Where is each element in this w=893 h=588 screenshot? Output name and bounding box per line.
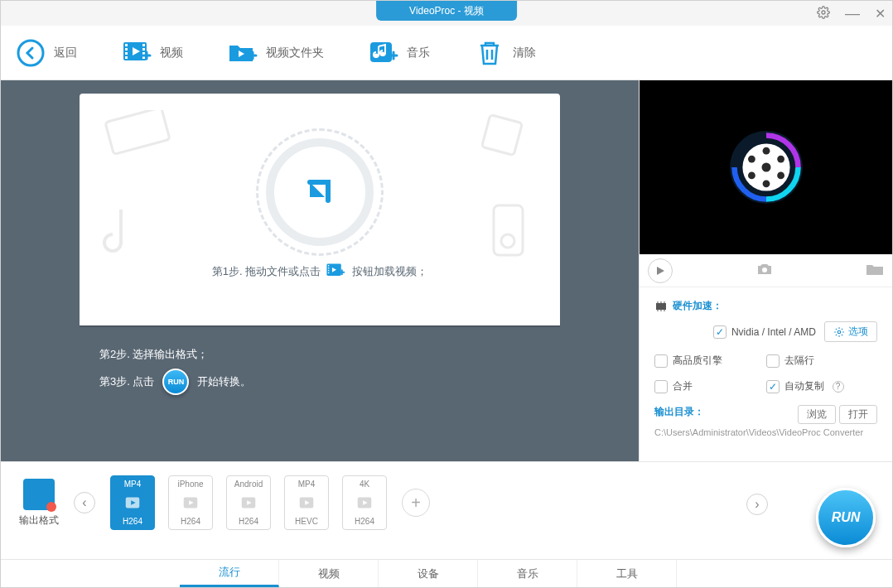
titlebar: VideoProc - 视频 — ✕	[1, 1, 892, 26]
window-title: VideoProc - 视频	[376, 1, 517, 21]
format-icon	[23, 479, 55, 510]
back-button[interactable]: 返回	[16, 38, 77, 68]
run-button[interactable]: RUN	[816, 488, 876, 547]
svg-point-1	[18, 41, 43, 65]
hw-title: 硬件加速：	[654, 299, 877, 313]
drop-zone-panel: 第1步. 拖动文件或点击 按钮加载视频； 第2步. 选择输出格式； 第3步. 点…	[1, 80, 639, 461]
tab-1[interactable]: 视频	[279, 560, 379, 587]
help-icon[interactable]: ?	[833, 381, 844, 393]
svg-rect-19	[328, 265, 329, 266]
svg-point-28	[777, 156, 784, 163]
gpu-checkbox[interactable]: ✓Nvidia / Intel / AMD	[713, 325, 816, 339]
drop-zone[interactable]: 第1步. 拖动文件或点击 按钮加载视频；	[80, 94, 560, 325]
minimize-button[interactable]: —	[845, 10, 860, 17]
svg-rect-15	[482, 115, 523, 156]
svg-rect-6	[125, 56, 128, 59]
svg-point-30	[777, 172, 784, 180]
svg-point-12	[374, 53, 379, 57]
right-panel: 硬件加速： ✓Nvidia / Intel / AMD 选项 高品质引擎 去隔行…	[639, 80, 892, 461]
step1-text: 第1步. 拖动文件或点击 按钮加载视频；	[212, 263, 427, 281]
svg-point-17	[501, 234, 514, 248]
browse-button[interactable]: 浏览	[798, 405, 836, 424]
instruction-card: 第1步. 拖动文件或点击 按钮加载视频； 第2步. 选择输出格式； 第3步. 点…	[80, 94, 560, 415]
svg-point-26	[762, 147, 770, 155]
merge-checkbox[interactable]: 合并	[654, 379, 766, 393]
format-card-mp4-h264[interactable]: MP4H264	[110, 475, 155, 530]
svg-rect-22	[328, 272, 329, 273]
music-icon	[369, 38, 398, 68]
svg-rect-33	[656, 303, 666, 310]
app-logo-icon	[721, 122, 812, 213]
step3-text: 第3步. 点击 RUN 开始转换。	[99, 369, 540, 395]
svg-point-32	[762, 267, 767, 272]
step2-text: 第2步. 选择输出格式；	[99, 347, 540, 362]
video-label: 视频	[160, 46, 183, 60]
add-music-button[interactable]: 音乐	[369, 38, 430, 68]
music-label: 音乐	[407, 46, 430, 60]
svg-point-13	[381, 51, 385, 55]
format-card-mp4-hevc[interactable]: MP4HEVC	[284, 475, 329, 530]
svg-point-34	[837, 330, 841, 334]
add-folder-button[interactable]: 视频文件夹	[228, 38, 324, 68]
svg-rect-4	[125, 48, 128, 51]
tab-4[interactable]: 工具	[577, 560, 677, 587]
output-label: 输出目录：	[654, 405, 704, 419]
hq-engine-checkbox[interactable]: 高品质引擎	[654, 354, 766, 368]
play-button[interactable]	[648, 258, 673, 283]
svg-rect-8	[142, 48, 145, 51]
category-tabs: 流行视频设备音乐工具	[1, 559, 892, 587]
clear-label: 清除	[513, 46, 536, 60]
close-button[interactable]: ✕	[875, 6, 886, 22]
svg-point-31	[748, 156, 755, 163]
format-card-iphone-h264[interactable]: iPhoneH264	[168, 475, 213, 530]
chip-icon	[654, 301, 668, 311]
run-mini-icon: RUN	[162, 369, 189, 395]
svg-rect-5	[125, 52, 128, 55]
format-strip: 输出格式 ‹ MP4H264iPhoneH264AndroidH264MP4HE…	[1, 462, 892, 530]
add-video-button[interactable]: 视频	[122, 38, 183, 68]
format-card-android-h264[interactable]: AndroidH264	[226, 475, 271, 530]
open-folder-icon[interactable]	[866, 263, 884, 279]
output-path: C:\Users\Administrator\Videos\VideoProc …	[654, 427, 877, 437]
format-card-4k-h264[interactable]: 4KH264	[342, 475, 387, 530]
tab-2[interactable]: 设备	[379, 560, 478, 587]
bottom-panel: 输出格式 ‹ MP4H264iPhoneH264AndroidH264MP4HE…	[1, 461, 892, 587]
hw-options-button[interactable]: 选项	[824, 321, 877, 342]
main-toolbar: 返回 视频 视频文件夹 音乐 清除	[1, 26, 892, 80]
svg-rect-3	[125, 44, 128, 46]
autocopy-checkbox[interactable]: ✓自动复制?	[766, 379, 878, 393]
output-dir-row: 输出目录： 浏览 打开 C:\Users\Administrator\Video…	[654, 405, 877, 437]
snapshot-icon[interactable]	[756, 263, 773, 279]
open-button[interactable]: 打开	[839, 405, 877, 424]
video-add-icon	[326, 263, 347, 281]
preview-area	[640, 80, 892, 254]
video-icon	[122, 38, 152, 68]
steps-panel: 第2步. 选择输出格式； 第3步. 点击 RUN 开始转换。	[80, 325, 560, 415]
svg-rect-20	[328, 267, 329, 268]
main-area: 第1步. 拖动文件或点击 按钮加载视频； 第2步. 选择输出格式； 第3步. 点…	[1, 80, 892, 461]
svg-rect-14	[105, 110, 170, 154]
tab-3[interactable]: 音乐	[478, 560, 577, 587]
svg-point-25	[761, 163, 770, 172]
clear-button[interactable]: 清除	[475, 38, 536, 68]
svg-point-27	[762, 180, 770, 187]
svg-rect-21	[328, 270, 329, 271]
back-icon	[16, 38, 46, 68]
svg-rect-7	[142, 44, 145, 46]
settings-gear-icon[interactable]	[817, 6, 830, 22]
tab-0[interactable]: 流行	[180, 560, 279, 587]
gear-icon	[833, 326, 845, 338]
trash-icon	[475, 38, 504, 68]
upload-circle-icon	[266, 138, 374, 246]
svg-point-29	[748, 172, 755, 180]
back-label: 返回	[54, 46, 77, 60]
next-format-button[interactable]: ›	[746, 494, 768, 515]
add-format-button[interactable]: +	[402, 489, 430, 517]
prev-format-button[interactable]: ‹	[74, 492, 95, 513]
svg-point-0	[822, 11, 825, 14]
folder-label: 视频文件夹	[266, 46, 324, 60]
hw-accel-panel: 硬件加速： ✓Nvidia / Intel / AMD 选项 高品质引擎 去隔行…	[640, 287, 892, 449]
folder-icon	[228, 38, 258, 68]
output-format-label: 输出格式	[19, 479, 59, 528]
deinterlace-checkbox[interactable]: 去隔行	[766, 354, 878, 368]
